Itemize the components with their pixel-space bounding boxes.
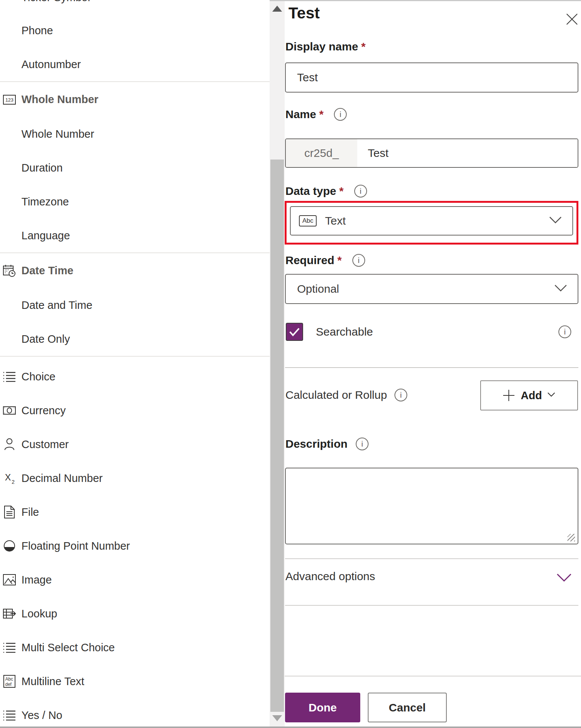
section-divider [285, 367, 578, 368]
new-column-editor: Ticker SymbolPhoneAutonumber123Whole Num… [0, 0, 581, 728]
searchable-checkbox[interactable] [286, 323, 303, 341]
abc-text-type-icon: Abc [299, 215, 317, 226]
data-type-select[interactable]: Abc Text [290, 206, 573, 236]
name-prefix: cr25d_ [286, 139, 357, 167]
list-item-label: Yes / No [21, 709, 62, 722]
list-item-label: Whole Number [21, 128, 94, 140]
type-group-header[interactable]: Date Time [0, 253, 270, 288]
info-icon[interactable]: i [558, 325, 571, 338]
footer-divider [285, 676, 581, 676]
list-item-label: Date and Time [21, 299, 93, 312]
info-icon[interactable]: i [334, 108, 347, 121]
type-list-item[interactable]: Yes / No [0, 698, 270, 726]
list-item-label: Choice [21, 371, 55, 383]
list-icon [3, 642, 16, 653]
type-list-item[interactable]: Customer [0, 427, 270, 461]
advanced-chevron-down-icon[interactable] [556, 573, 572, 584]
info-icon[interactable]: i [354, 185, 367, 198]
list-item-label: Customer [21, 438, 69, 451]
svg-text:Abc: Abc [5, 676, 13, 682]
list-item-label: Image [21, 574, 52, 586]
description-label: Description i [285, 438, 369, 450]
list-item-label: Autonumber [21, 58, 81, 71]
section-divider [285, 605, 578, 606]
type-group-header[interactable]: 123Whole Number [0, 82, 270, 117]
done-button[interactable]: Done [285, 693, 360, 722]
list-item-truncated[interactable]: Ticker Symbol [0, 0, 270, 14]
scrollbar-up-arrow[interactable] [272, 6, 282, 12]
type-list-item[interactable]: Floating Point Number [0, 529, 270, 563]
description-textarea[interactable] [285, 468, 578, 544]
svg-text:def: def [5, 682, 12, 687]
required-label: Required* i [285, 254, 365, 267]
display-name-label: Display name* [285, 40, 366, 53]
required-select[interactable]: Optional [285, 274, 578, 304]
type-list-item[interactable]: AbcdefMultiline Text [0, 664, 270, 698]
type-list-item[interactable]: Image [0, 563, 270, 597]
list-item-label: Multi Select Choice [21, 641, 115, 654]
panel-title: Test [288, 4, 320, 22]
half-circle-icon [3, 540, 16, 552]
type-list-item[interactable]: Multi Select Choice [0, 631, 270, 664]
list-item-label: Whole Number [21, 93, 99, 106]
name-input-group: cr25d_ [285, 138, 578, 168]
scrollbar-down-arrow[interactable] [272, 715, 282, 721]
list-item-label: Currency [21, 404, 66, 417]
name-label: Name* i [285, 108, 347, 121]
list-item-label: Floating Point Number [21, 540, 130, 552]
list-icon [3, 710, 16, 720]
required-value: Optional [297, 283, 339, 295]
panel-scrollbar[interactable] [270, 0, 285, 726]
chevron-down-icon [549, 216, 562, 225]
type-list-item[interactable]: Timezone [0, 185, 270, 219]
number-123-icon: 123 [3, 95, 16, 105]
multiline-abc-icon: Abcdef [3, 675, 16, 688]
type-list-item[interactable]: Language [0, 219, 270, 252]
type-list-item[interactable]: Lookup [0, 597, 270, 631]
info-icon[interactable]: i [356, 438, 369, 450]
person-icon [3, 438, 16, 450]
searchable-row: Searchable i [286, 322, 578, 341]
name-input[interactable] [357, 139, 578, 167]
data-type-label: Data type* i [285, 185, 367, 198]
section-divider [285, 558, 578, 559]
type-list-item[interactable]: Phone [0, 14, 270, 47]
image-icon [3, 574, 16, 585]
required-asterisk: * [319, 108, 324, 121]
scrollbar-thumb[interactable] [270, 160, 284, 712]
list-item-label: Date Time [21, 264, 73, 277]
searchable-label: Searchable [316, 325, 373, 338]
type-list-item[interactable]: File [0, 495, 270, 529]
lookup-icon [3, 608, 16, 619]
type-list-item[interactable]: Currency [0, 394, 270, 427]
cancel-button[interactable]: Cancel [368, 693, 447, 722]
advanced-options-label[interactable]: Advanced options [285, 570, 375, 583]
svg-text:2: 2 [12, 479, 15, 484]
calculated-rollup-label: Calculated or Rollup i [285, 389, 407, 401]
decimal-x2-icon: X2 [3, 472, 16, 484]
list-item-label: Multiline Text [21, 675, 84, 688]
type-list-section: 123Whole NumberWhole NumberDurationTimez… [0, 81, 270, 252]
chevron-down-icon [554, 284, 567, 293]
svg-text:X: X [5, 472, 11, 482]
type-list-item[interactable]: Date Only [0, 322, 270, 356]
add-button[interactable]: Add [480, 380, 578, 410]
close-icon[interactable] [564, 12, 579, 27]
list-item-label: Phone [21, 24, 53, 37]
type-list-item[interactable]: X2Decimal Number [0, 461, 270, 495]
required-asterisk: * [337, 254, 342, 267]
column-properties-panel: Test Display name* Name* i cr25d_ Data t… [285, 0, 581, 726]
type-list-item[interactable]: Duration [0, 151, 270, 185]
info-icon[interactable]: i [352, 254, 365, 267]
display-name-input[interactable] [285, 62, 578, 93]
required-asterisk: * [339, 185, 344, 198]
type-list-item[interactable]: Autonumber [0, 47, 270, 81]
data-type-value: Text [325, 214, 346, 227]
type-list-item[interactable]: Choice [0, 360, 270, 394]
type-list-item[interactable]: Whole Number [0, 117, 270, 151]
info-icon[interactable]: i [394, 389, 407, 401]
list-item-label: Ticker Symbol [21, 0, 90, 4]
type-list-item[interactable]: Date and Time [0, 288, 270, 322]
calendar-clock-icon [3, 264, 16, 277]
data-type-option-list: Ticker SymbolPhoneAutonumber123Whole Num… [0, 0, 270, 726]
